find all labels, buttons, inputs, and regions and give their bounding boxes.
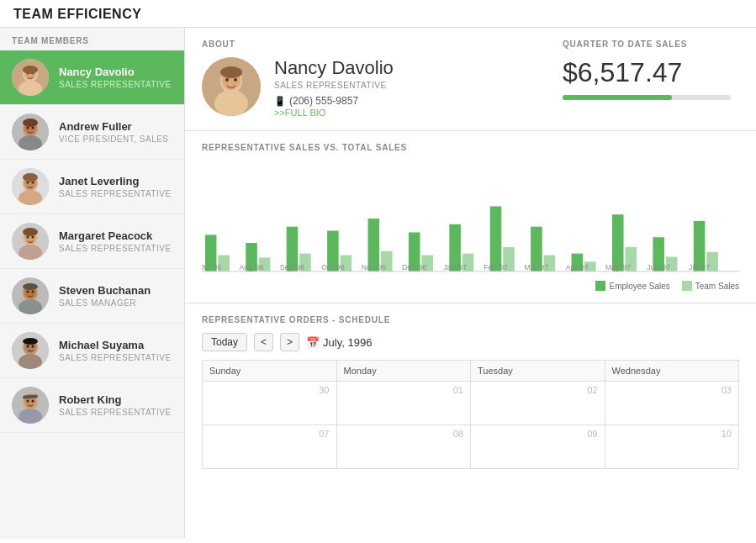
svg-text:Oct '96: Oct '96 xyxy=(321,263,344,272)
chart-title: REPRESENTATIVE SALES VS. TOTAL SALES xyxy=(202,143,739,152)
next-button[interactable]: > xyxy=(280,333,299,351)
svg-point-53 xyxy=(225,78,229,82)
phone-icon: 📱 xyxy=(274,96,286,107)
member-info-steven: Steven Buchanan SALES MANAGER xyxy=(59,284,172,308)
svg-point-46 xyxy=(27,400,29,403)
qtd-amount: $6,517.47 xyxy=(563,57,739,88)
svg-point-39 xyxy=(27,345,29,348)
qtd-label: QUARTER TO DATE SALES xyxy=(563,40,739,49)
svg-point-40 xyxy=(32,345,34,348)
member-role-janet: SALES REPRESENTATIVE xyxy=(59,189,172,198)
col-sunday: Sunday xyxy=(203,361,337,382)
sidebar-item-steven-buchanan[interactable]: Steven Buchanan SALES MANAGER xyxy=(0,269,184,324)
svg-text:Aug '96: Aug '96 xyxy=(239,263,263,272)
member-role-robert: SALES REPRESENTATIVE xyxy=(59,408,172,417)
sidebar-item-michael-suyama[interactable]: Michael Suyama SALES REPRESENTATIVE xyxy=(0,324,184,378)
svg-point-18 xyxy=(27,182,29,184)
schedule-controls: Today < > 📅 July, 1996 xyxy=(202,333,739,351)
sidebar-item-nancy-davolio[interactable]: Nancy Davolio SALES REPRESENTATIVE xyxy=(0,50,184,105)
sidebar-item-andrew-fuller[interactable]: Andrew Fuller VICE PRESIDENT, SALES xyxy=(0,105,184,160)
chart-section: REPRESENTATIVE SALES VS. TOTAL SALES xyxy=(185,131,756,303)
member-info-margaret: Margaret Peacock SALES REPRESENTATIVE xyxy=(59,229,172,253)
svg-point-26 xyxy=(32,236,34,239)
cal-cell-30: 30 xyxy=(203,382,337,425)
avatar-margaret xyxy=(12,223,49,260)
svg-point-51 xyxy=(214,90,248,116)
qtd-bar-fill xyxy=(563,95,672,100)
member-role-andrew: VICE PRESIDENT, SALES xyxy=(59,134,172,144)
legend-employee-color xyxy=(595,281,605,291)
member-role-michael: SALES REPRESENTATIVE xyxy=(59,353,172,362)
svg-text:Jan '97: Jan '97 xyxy=(443,263,467,272)
qtd-bar-container xyxy=(563,95,731,100)
svg-point-11 xyxy=(27,127,29,129)
member-name-michael: Michael Suyama xyxy=(59,339,172,351)
member-name-janet: Janet Leverling xyxy=(59,175,172,187)
svg-text:Nov '96: Nov '96 xyxy=(362,263,386,272)
svg-point-54 xyxy=(234,78,237,82)
about-section: ABOUT xyxy=(185,28,756,131)
svg-text:May '97: May '97 xyxy=(605,263,631,272)
prev-button[interactable]: < xyxy=(254,333,273,351)
profile-avatar xyxy=(202,57,261,116)
about-left: ABOUT xyxy=(202,40,537,119)
member-info-michael: Michael Suyama SALES REPRESENTATIVE xyxy=(59,339,172,362)
svg-text:Jul '96: Jul '96 xyxy=(202,263,221,272)
member-info-nancy: Nancy Davolio SALES REPRESENTATIVE xyxy=(59,66,172,89)
svg-text:Apr '97: Apr '97 xyxy=(566,263,589,272)
member-info-robert: Robert King SALES REPRESENTATIVE xyxy=(59,393,172,417)
phone-number: (206) 555-9857 xyxy=(289,95,358,107)
sidebar-header: TEAM MEMBERS xyxy=(0,28,184,50)
legend-team: Team Sales xyxy=(682,281,739,291)
svg-point-6 xyxy=(23,66,38,74)
col-monday: Monday xyxy=(336,361,471,382)
member-name-margaret: Margaret Peacock xyxy=(59,229,172,242)
svg-point-12 xyxy=(32,127,34,129)
avatar-steven xyxy=(12,277,49,314)
today-button[interactable]: Today xyxy=(202,333,247,351)
sidebar: TEAM MEMBERS Nancy Davolio SALES REPRESE… xyxy=(0,28,185,539)
avatar-janet xyxy=(12,168,49,205)
svg-text:Feb '97: Feb '97 xyxy=(484,263,508,272)
about-profile: Nancy Davolio SALES REPRESENTATIVE 📱 (20… xyxy=(202,57,537,119)
sidebar-item-janet-leverling[interactable]: Janet Leverling SALES REPRESENTATIVE xyxy=(0,160,184,214)
sidebar-item-margaret-peacock[interactable]: Margaret Peacock SALES REPRESENTATIVE xyxy=(0,214,184,269)
bio-link[interactable]: >>FULL BIO xyxy=(274,108,325,118)
svg-text:Sep '96: Sep '96 xyxy=(280,263,304,272)
avatar-michael xyxy=(12,332,49,369)
svg-point-25 xyxy=(27,236,29,239)
member-name-robert: Robert King xyxy=(59,393,172,406)
svg-text:Jun '97: Jun '97 xyxy=(647,263,670,272)
legend-team-label: Team Sales xyxy=(695,282,739,291)
legend-employee: Employee Sales xyxy=(595,281,669,291)
svg-point-32 xyxy=(27,291,29,293)
qtd-section: QUARTER TO DATE SALES $6,517.47 xyxy=(537,40,739,100)
svg-point-34 xyxy=(23,283,38,290)
svg-point-47 xyxy=(32,400,34,403)
avatar-nancy xyxy=(12,59,49,96)
cal-cell-01: 01 xyxy=(336,382,471,425)
app-title: TEAM EFFICIENCY xyxy=(13,7,141,21)
member-info-janet: Janet Leverling SALES REPRESENTATIVE xyxy=(59,175,172,198)
sidebar-item-robert-king[interactable]: Robert King SALES REPRESENTATIVE xyxy=(0,378,184,433)
avatar-andrew xyxy=(12,113,49,150)
member-info-andrew: Andrew Fuller VICE PRESIDENT, SALES xyxy=(59,120,172,144)
chart-wrapper: Jul '96 Aug '96 Sep '96 Oct '96 Nov '96 … xyxy=(202,164,739,291)
app-header: TEAM EFFICIENCY xyxy=(0,0,756,28)
svg-point-20 xyxy=(23,173,38,182)
chart-legend: Employee Sales Team Sales xyxy=(202,281,739,291)
svg-point-19 xyxy=(32,182,34,184)
calendar-row-1: 30 01 02 03 xyxy=(203,382,739,425)
about-label: ABOUT xyxy=(202,40,537,49)
member-name-andrew: Andrew Fuller xyxy=(59,120,172,133)
cal-cell-02: 02 xyxy=(471,382,605,425)
calendar-grid: Sunday Monday Tuesday Wednesday 30 01 02… xyxy=(202,360,739,469)
svg-rect-70 xyxy=(490,206,502,271)
cal-cell-03: 03 xyxy=(605,382,739,425)
calendar-icon: 📅 xyxy=(306,336,320,349)
profile-name: Nancy Davolio xyxy=(274,57,394,79)
col-wednesday: Wednesday xyxy=(605,361,739,382)
legend-employee-label: Employee Sales xyxy=(609,282,669,291)
svg-text:Dec '96: Dec '96 xyxy=(402,263,426,272)
profile-phone: 📱 (206) 555-9857 xyxy=(274,95,394,107)
